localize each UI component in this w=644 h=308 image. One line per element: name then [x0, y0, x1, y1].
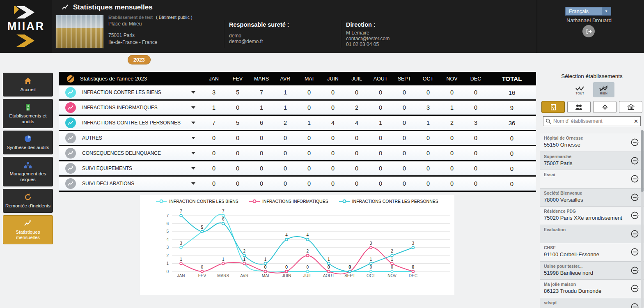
row-expand-caret[interactable]: [185, 122, 202, 124]
direction-title: Direction :: [346, 21, 390, 28]
row-expand-caret[interactable]: [185, 152, 202, 154]
remove-establishment-icon[interactable]: [630, 156, 639, 165]
cell-value: 0: [297, 135, 321, 141]
remove-establishment-icon[interactable]: [630, 248, 639, 256]
establishment-item[interactable]: Supermarché 75007 Paris: [540, 152, 644, 170]
chart-line-icon: [24, 219, 32, 228]
cell-value: 2: [440, 120, 464, 126]
row-chart-icon: [65, 87, 76, 98]
chart-legend: INFRACTION CONTRE LES BIENSINFRACTIONS I…: [140, 195, 454, 205]
sidebar-item-etablissements[interactable]: Etablissements et audits: [3, 99, 53, 129]
svg-text:1: 1: [328, 257, 330, 262]
row-expand-caret[interactable]: [185, 91, 202, 94]
cell-value: 0: [392, 135, 416, 141]
page-title: Statistiques mensuelles: [73, 3, 153, 11]
remove-establishment-icon[interactable]: [630, 230, 639, 238]
svg-text:1: 1: [370, 257, 372, 262]
establishment-name: Essai: [544, 172, 630, 177]
select-all-button[interactable]: TOUT: [569, 82, 591, 97]
row-total: 36: [488, 120, 536, 126]
clear-search-icon[interactable]: ✕: [634, 119, 638, 124]
scrollbar[interactable]: [641, 130, 644, 308]
remove-establishment-icon[interactable]: [630, 266, 639, 275]
logout-button[interactable]: [582, 25, 595, 37]
cell-value: 0: [392, 180, 416, 187]
cell-value: 0: [416, 135, 440, 141]
svg-text:4: 4: [166, 237, 169, 242]
establishment-postal-city: 75001 Paris: [108, 32, 193, 38]
svg-text:0: 0: [328, 265, 330, 269]
header-divider: [537, 0, 537, 53]
row-expand-caret[interactable]: [185, 137, 202, 139]
sidebar-item-management[interactable]: Management des risques: [3, 157, 53, 186]
select-none-button[interactable]: RIEN: [593, 82, 614, 97]
legend-marker-icon: [339, 199, 350, 203]
establishment-name: Hôpital de Ornesse: [544, 136, 630, 140]
sidebar-item-label: Remontée d'incidents: [5, 203, 50, 208]
sidebar-item-synthese[interactable]: Synthèse des audits: [3, 131, 53, 154]
miiar-logo[interactable]: MIIAR: [0, 0, 52, 53]
cell-value: 3: [416, 104, 440, 111]
svg-text:FEV: FEV: [198, 274, 206, 278]
app-header: MIIAR Statistiques mensuelles Etablissem…: [0, 0, 644, 53]
establishment-item[interactable]: Usine pour tester... 51998 Banlieue nord: [540, 262, 644, 280]
cell-value: 0: [226, 180, 250, 187]
cell-value: 7: [250, 89, 273, 96]
establishment-item[interactable]: sdsqd: [540, 298, 644, 308]
logo-chevron-bottom-icon: [14, 34, 39, 48]
filter-people-button[interactable]: [567, 101, 591, 113]
cell-value: 0: [416, 150, 440, 156]
refresh-arrows-icon: [24, 193, 32, 201]
row-expand-caret[interactable]: [185, 167, 202, 170]
cell-value: 0: [416, 180, 440, 187]
establishment-item[interactable]: Résidence PDG 75020 Paris XXe arrondisse…: [540, 207, 644, 225]
svg-text:0: 0: [348, 265, 351, 269]
filter-buildings-button[interactable]: [541, 101, 565, 113]
establishment-item[interactable]: CHSF 91100 Corbeil-Essonne: [540, 243, 644, 262]
svg-text:3: 3: [370, 241, 372, 246]
row-expand-caret[interactable]: [185, 106, 202, 109]
language-select[interactable]: Français ▼: [565, 7, 611, 16]
establishment-item[interactable]: Société Bienvenue 78000 Versailles: [540, 188, 644, 207]
establishment-item[interactable]: Evaluation: [540, 225, 644, 244]
month-header: JUIL: [345, 76, 369, 82]
cell-value: 0: [464, 165, 488, 172]
svg-text:6: 6: [166, 221, 169, 226]
filter-zone-button[interactable]: [593, 101, 616, 113]
cell-value: 0: [250, 180, 273, 187]
remove-establishment-icon[interactable]: [630, 193, 639, 202]
cell-value: 0: [273, 135, 297, 141]
establishment-item[interactable]: Hôpital de Ornesse 55150 Ornesse: [540, 133, 644, 152]
month-header: DEC: [464, 76, 488, 82]
establishment-item[interactable]: Essai: [540, 170, 644, 188]
remove-establishment-icon[interactable]: [630, 138, 639, 147]
establishment-item[interactable]: Ma jolie maison 86123 Troudu Dumonde: [540, 280, 644, 298]
sidebar-item-incidents[interactable]: Remontée d'incidents: [3, 189, 53, 213]
sidebar-item-statistiques[interactable]: Statistiques mensuelles: [3, 215, 53, 245]
svg-text:2: 2: [307, 249, 309, 253]
scrollbar-thumb[interactable]: [641, 130, 644, 192]
sidebar-item-accueil[interactable]: Accueil: [3, 73, 53, 97]
establishment-address: 55150 Ornesse: [544, 142, 630, 148]
remove-establishment-icon[interactable]: [630, 303, 639, 308]
row-chart-icon: [65, 117, 76, 128]
cell-value: 0: [440, 89, 464, 96]
establishment-type: ( Bâtiment public ): [156, 15, 193, 20]
filter-institution-button[interactable]: [619, 101, 642, 113]
search-input[interactable]: [553, 118, 632, 124]
establishment-address: 75020 Paris XXe arrondissement: [544, 215, 630, 221]
remove-establishment-icon[interactable]: [630, 175, 639, 183]
legend-item: INFRACTIONS INFORMATIQUES: [249, 199, 328, 204]
svg-text:1: 1: [391, 257, 393, 262]
select-all-label: TOUT: [576, 92, 584, 95]
svg-text:NOV: NOV: [387, 274, 396, 278]
year-badge[interactable]: 2023: [128, 55, 151, 64]
remove-establishment-icon[interactable]: [630, 211, 639, 220]
svg-text:2: 2: [391, 249, 393, 253]
cell-value: 0: [250, 150, 273, 156]
row-expand-caret[interactable]: [185, 182, 202, 185]
caret-down-icon: [191, 91, 195, 94]
table-row: AUTRES 0 0 0 0 0 0 0 0 0 0 0 0 0: [59, 131, 536, 146]
remove-establishment-icon[interactable]: [630, 284, 639, 293]
cell-value: 4: [345, 120, 369, 126]
